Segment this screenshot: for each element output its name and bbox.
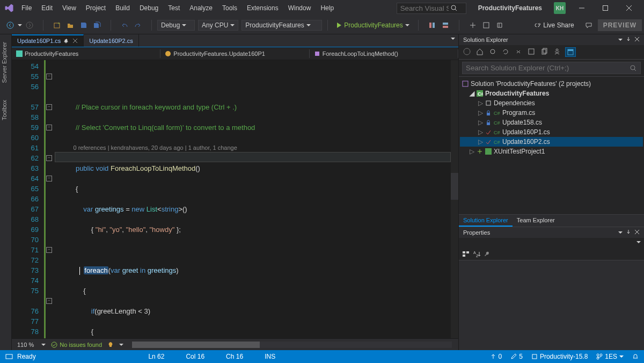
dropdown-icon[interactable] xyxy=(618,231,623,236)
menu-test[interactable]: Test xyxy=(164,2,184,14)
tool-icon-5[interactable] xyxy=(494,20,506,31)
zoom-level[interactable]: 110 % xyxy=(15,342,36,348)
titlebar-search[interactable] xyxy=(397,3,466,14)
run-button[interactable]: ProductivityFeatures xyxy=(333,20,412,30)
tab-overflow-button[interactable] xyxy=(448,34,458,47)
close-icon[interactable] xyxy=(72,38,78,43)
nav-back-button[interactable] xyxy=(4,20,16,31)
liveshare-button[interactable]: Live Share xyxy=(533,21,574,29)
pin-icon[interactable] xyxy=(64,38,69,43)
status-char[interactable]: Ch 16 xyxy=(226,353,243,360)
menu-debug[interactable]: Debug xyxy=(135,2,163,14)
pin-icon[interactable] xyxy=(626,229,631,235)
tree-file-update158[interactable]: ▷C#Update158.cs xyxy=(460,118,643,127)
status-repo[interactable]: Productivity-15.8 xyxy=(531,353,588,360)
alphabetical-icon[interactable]: AZ xyxy=(473,250,480,258)
menu-help[interactable]: Help xyxy=(316,2,338,14)
fold-button[interactable]: − xyxy=(46,247,52,253)
status-notifications[interactable] xyxy=(632,353,639,360)
wrench-icon[interactable] xyxy=(484,250,491,258)
menu-file[interactable]: File xyxy=(17,2,36,14)
status-ins[interactable]: INS xyxy=(265,353,275,360)
tool-icon-1[interactable] xyxy=(426,20,438,31)
save-button[interactable] xyxy=(78,20,90,31)
platform-dropdown[interactable]: Any CPU xyxy=(198,20,238,31)
properties-icon[interactable] xyxy=(552,47,562,57)
toolbox-tab[interactable]: Toolbox xyxy=(0,97,11,124)
menu-view[interactable]: View xyxy=(58,2,80,14)
tab-team-explorer[interactable]: Team Explorer xyxy=(513,215,559,227)
solution-search-input[interactable] xyxy=(462,62,641,74)
dropdown-icon[interactable] xyxy=(618,39,623,43)
code-editor[interactable]: 5455565758596061626364656667686970717273… xyxy=(12,60,458,338)
redo-button[interactable] xyxy=(132,20,144,31)
nav-scope-project[interactable]: ProductivityFeatures xyxy=(12,49,160,58)
pin-icon[interactable] xyxy=(626,37,631,42)
status-col[interactable]: Col 16 xyxy=(186,353,204,360)
code-body[interactable]: // Place cursor in foreach keyword and t… xyxy=(55,60,451,338)
menu-extensions[interactable]: Extensions xyxy=(243,2,283,14)
menu-edit[interactable]: Edit xyxy=(37,2,57,14)
show-all-icon[interactable] xyxy=(526,47,536,57)
fold-button[interactable]: − xyxy=(46,74,52,79)
collapse-icon[interactable] xyxy=(514,47,523,57)
user-avatar[interactable]: KH xyxy=(554,2,566,14)
back-icon[interactable] xyxy=(462,47,472,57)
scrollbar-thumb[interactable] xyxy=(451,173,458,200)
tool-icon-4[interactable] xyxy=(480,20,492,31)
status-changes[interactable]: 5 xyxy=(510,353,523,360)
tree-dependencies[interactable]: ▷Dependencies xyxy=(460,98,643,108)
menu-window[interactable]: Window xyxy=(284,2,316,14)
scrollbar-thumb[interactable] xyxy=(132,342,260,348)
solution-tree[interactable]: Solution 'ProductivityFeatures' (2 proje… xyxy=(459,77,644,214)
new-project-button[interactable]: + xyxy=(51,20,63,31)
preview-tab-icon[interactable] xyxy=(565,47,576,57)
feedback-button[interactable] xyxy=(583,20,595,31)
menu-analyze[interactable]: Analyze xyxy=(185,2,217,14)
status-publish[interactable]: 0 xyxy=(490,353,502,360)
home-icon[interactable] xyxy=(475,47,485,57)
close-icon[interactable] xyxy=(634,229,640,235)
copy-icon[interactable] xyxy=(539,47,549,57)
nav-forward-button[interactable] xyxy=(24,20,35,31)
titlebar-search-input[interactable] xyxy=(400,4,449,12)
startup-dropdown[interactable]: ProductivityFeatures xyxy=(241,20,322,31)
solution-search[interactable] xyxy=(459,60,644,77)
issues-status[interactable]: No issues found xyxy=(51,342,102,348)
tool-icon-2[interactable] xyxy=(440,20,451,31)
preview-button[interactable]: PREVIEW xyxy=(598,19,642,31)
menu-tools[interactable]: Tools xyxy=(218,2,241,14)
menu-build[interactable]: Build xyxy=(111,2,134,14)
fold-button[interactable]: − xyxy=(46,176,52,182)
tree-project-xunit[interactable]: ▷XUnitTestProject1 xyxy=(460,147,643,156)
fold-button[interactable]: − xyxy=(46,104,52,110)
open-button[interactable] xyxy=(64,20,76,31)
file-tab-update160p2[interactable]: Update160P2.cs xyxy=(84,34,138,47)
tree-file-program[interactable]: ▷C#Program.cs xyxy=(460,108,643,118)
refresh-icon[interactable] xyxy=(501,47,510,57)
maximize-button[interactable] xyxy=(595,1,616,16)
status-line[interactable]: Ln 62 xyxy=(148,353,164,360)
fold-button[interactable]: − xyxy=(46,298,52,304)
nav-scope-class[interactable]: ProductivityFeatures.Update160P1 xyxy=(160,49,309,58)
tree-file-update160p2[interactable]: ▷C#Update160P2.cs xyxy=(460,137,643,147)
categorized-icon[interactable] xyxy=(462,250,470,258)
tree-project[interactable]: ◢C#ProductivityFeatures xyxy=(460,89,643,98)
file-tab-update160p1[interactable]: Update160P1.cs xyxy=(12,34,84,47)
tree-file-update160p1[interactable]: ▷C#Update160P1.cs xyxy=(460,127,643,137)
fold-button[interactable]: − xyxy=(46,155,52,161)
dropdown-icon[interactable] xyxy=(636,241,641,245)
horizontal-scrollbar[interactable] xyxy=(132,342,452,348)
save-all-button[interactable] xyxy=(91,20,103,31)
server-explorer-tab[interactable]: Server Explorer xyxy=(0,39,11,86)
lightbulb-icon[interactable] xyxy=(107,342,114,348)
nav-dropdown-icon[interactable] xyxy=(18,24,22,28)
nav-scope-method[interactable]: ForeachLoopToLinqMethod() xyxy=(310,49,458,58)
fold-button[interactable]: − xyxy=(46,125,52,130)
close-button[interactable] xyxy=(618,1,640,16)
tool-icon-3[interactable] xyxy=(467,20,479,31)
scrollbar-minimap[interactable] xyxy=(451,60,458,338)
undo-button[interactable] xyxy=(119,20,130,31)
tree-solution-root[interactable]: Solution 'ProductivityFeatures' (2 proje… xyxy=(460,79,643,89)
config-dropdown[interactable]: Debug xyxy=(157,20,195,31)
